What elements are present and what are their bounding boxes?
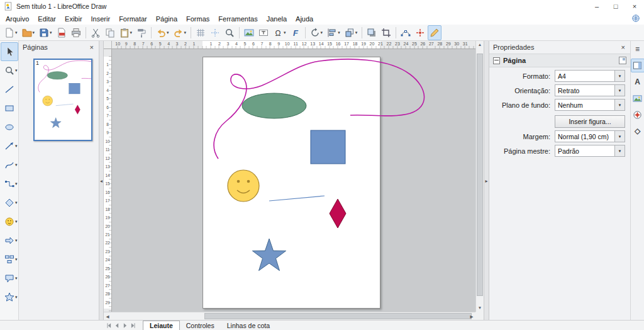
insert-figure-button[interactable]: Inserir figura... [555, 115, 625, 128]
paste-button[interactable]: ▾ [118, 25, 135, 40]
menu-ferramentas[interactable]: Ferramentas [214, 14, 262, 24]
next-page-button[interactable] [122, 322, 128, 329]
menu-arquivo[interactable]: Arquivo [1, 14, 33, 24]
horizontal-scroll-thumb[interactable] [204, 313, 472, 319]
stars-tool[interactable]: ▾ [1, 288, 18, 307]
vertical-ruler[interactable]: 1234567891011121314151617181920212223242… [104, 49, 112, 312]
snap-guides-button[interactable] [208, 25, 222, 40]
zoom-tool[interactable]: ▾ [1, 61, 18, 80]
scroll-down-icon[interactable]: ▼ [476, 304, 484, 312]
scroll-right-icon[interactable]: ▶ [468, 312, 475, 320]
dropdown-arrow-icon[interactable]: ▾ [284, 30, 286, 35]
background-select[interactable]: Nenhum▾ [555, 99, 625, 111]
glue-points-button[interactable] [413, 25, 427, 40]
dropdown-arrow-icon[interactable]: ▾ [15, 144, 18, 149]
collapse-section-icon[interactable] [493, 57, 500, 64]
sidebar-menu[interactable]: ≡ [631, 42, 644, 56]
properties-close-icon[interactable]: × [620, 43, 626, 51]
save-button[interactable]: ▾ [37, 25, 54, 40]
more-options-icon[interactable] [619, 57, 626, 64]
scroll-left-icon[interactable]: ◀ [104, 312, 111, 320]
close-button[interactable]: × [625, 0, 644, 13]
connector-tool[interactable]: ▾ [1, 174, 18, 193]
show-draw-functions-button[interactable] [428, 25, 441, 40]
select-tool[interactable] [1, 42, 18, 61]
tab-shapes[interactable]: ◇ [631, 124, 644, 138]
dropdown-arrow-icon[interactable]: ▾ [15, 219, 18, 224]
menu-editar[interactable]: Editar [33, 14, 60, 24]
tab-properties-icon[interactable] [631, 59, 644, 72]
dropdown-arrow-icon[interactable]: ▾ [614, 100, 625, 110]
clone-formatting-button[interactable] [135, 25, 148, 40]
dropdown-arrow-icon[interactable]: ▾ [184, 30, 187, 35]
dropdown-arrow-icon[interactable]: ▾ [50, 30, 52, 35]
dropdown-arrow-icon[interactable]: ▾ [167, 30, 169, 35]
minimize-button[interactable]: – [587, 0, 606, 13]
insert-special-character-button[interactable]: ▾ [271, 25, 288, 40]
zoom-button[interactable] [223, 25, 236, 40]
margin-select[interactable]: Normal (1,90 cm)▾ [555, 130, 625, 142]
rectangle-tool[interactable] [1, 99, 18, 118]
crop-image-button[interactable] [379, 25, 393, 40]
align-objects-button[interactable]: ▾ [325, 25, 342, 40]
insert-textbox-button[interactable] [257, 25, 270, 40]
export-pdf-button[interactable] [55, 25, 69, 40]
ellipse-tool[interactable] [1, 118, 18, 137]
horizontal-scrollbar[interactable]: ◀ ▶ [104, 312, 475, 320]
undo-button[interactable]: ▾ [154, 25, 171, 40]
dropdown-arrow-icon[interactable]: ▾ [321, 30, 323, 35]
pages-panel-close-icon[interactable]: × [89, 43, 95, 51]
dropdown-arrow-icon[interactable]: ▾ [614, 71, 625, 81]
dropdown-arrow-icon[interactable]: ▾ [33, 30, 35, 35]
insert-image-button[interactable] [242, 25, 256, 40]
edit-points-button[interactable] [399, 25, 413, 40]
last-page-button[interactable] [130, 322, 136, 329]
dropdown-arrow-icon[interactable]: ▾ [15, 276, 18, 281]
horizontal-ruler[interactable]: 1110987654321123456789101112131415161718… [112, 41, 475, 49]
shadow-button[interactable] [365, 25, 379, 40]
vertical-scroll-thumb[interactable] [477, 54, 483, 296]
new-button[interactable]: ▾ [3, 25, 19, 40]
dropdown-arrow-icon[interactable]: ▾ [355, 30, 358, 35]
cut-button[interactable] [89, 25, 103, 40]
dropdown-arrow-icon[interactable]: ▾ [15, 200, 18, 205]
redo-button[interactable]: ▾ [172, 25, 189, 40]
line-tool[interactable] [1, 80, 18, 99]
menu-página[interactable]: Página [152, 14, 182, 24]
copy-button[interactable] [103, 25, 117, 40]
dropdown-arrow-icon[interactable]: ▾ [15, 162, 18, 168]
arrow-line-tool[interactable]: ▾ [1, 137, 18, 156]
page-section-header[interactable]: Página [489, 54, 630, 67]
menu-exibir[interactable]: Exibir [60, 14, 87, 24]
dropdown-arrow-icon[interactable]: ▾ [15, 30, 18, 35]
flowchart-tool[interactable]: ▾ [1, 250, 18, 269]
display-grid-button[interactable] [194, 25, 208, 40]
tab-styles[interactable]: A [631, 75, 644, 89]
arrange-button[interactable]: ▾ [343, 25, 360, 40]
previous-page-button[interactable] [114, 322, 120, 329]
dropdown-arrow-icon[interactable]: ▾ [15, 257, 18, 262]
globe-icon[interactable] [631, 14, 640, 23]
layer-tab-controles[interactable]: Controles [180, 321, 221, 330]
scroll-up-icon[interactable]: ▲ [476, 41, 484, 48]
callouts-tool[interactable]: ▾ [1, 269, 18, 288]
format-select[interactable]: A4▾ [555, 70, 625, 82]
layer-tab-linhas-de-cota[interactable]: Linhas de cota [221, 321, 276, 330]
dropdown-arrow-icon[interactable]: ▾ [15, 181, 18, 186]
menu-formas[interactable]: Formas [182, 14, 214, 24]
dropdown-arrow-icon[interactable]: ▾ [614, 131, 625, 142]
dropdown-arrow-icon[interactable]: ▾ [338, 30, 340, 35]
collapse-right-icon[interactable]: ▸ [484, 178, 489, 183]
orientation-select[interactable]: Retrato▾ [555, 84, 625, 96]
curve-tool[interactable]: ▾ [1, 156, 18, 174]
page[interactable] [203, 57, 380, 309]
symbol-shapes-tool[interactable]: ▾ [1, 212, 18, 231]
dropdown-arrow-icon[interactable]: ▾ [15, 68, 18, 73]
pages-panel-splitter[interactable]: ◂ [99, 41, 104, 320]
first-page-button[interactable] [106, 322, 112, 329]
transformations-button[interactable]: ▾ [308, 25, 325, 40]
sidebar-splitter[interactable]: ▸ [484, 41, 489, 320]
dropdown-arrow-icon[interactable]: ▾ [15, 238, 18, 243]
insert-fontwork-button[interactable] [289, 25, 303, 40]
vertical-scrollbar[interactable]: ▲ ▼ [475, 41, 484, 312]
